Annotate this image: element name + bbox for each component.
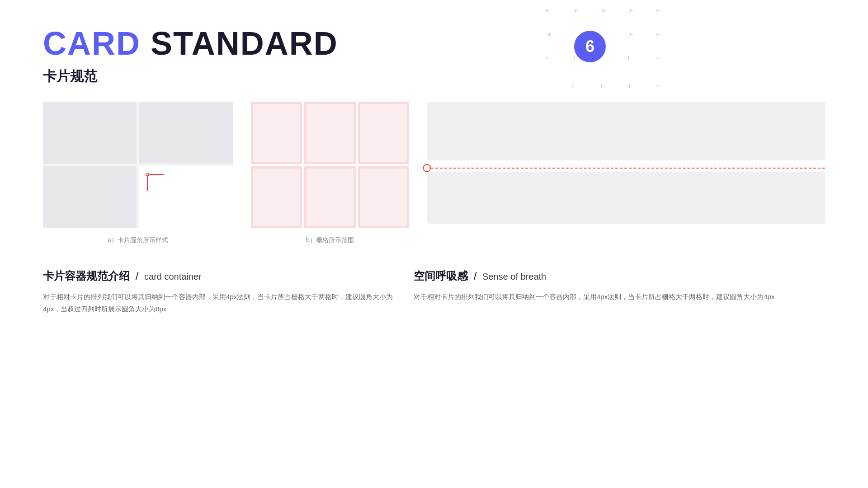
- divider-dashed-line: [431, 168, 825, 169]
- header: CARD STANDARD 卡片规范: [43, 25, 338, 86]
- bg-plus-2: +: [573, 7, 578, 15]
- card-cell-bl: [43, 166, 137, 228]
- card-cell-tr: [139, 102, 233, 164]
- bg-plus-15: +: [627, 82, 632, 90]
- desc-left-title-en: card container: [144, 272, 202, 282]
- subtitle: 卡片规范: [43, 67, 338, 86]
- main-content: a）卡片圆角所示样式 b）栅格所示范围: [43, 102, 825, 244]
- bg-plus-16: +: [656, 82, 660, 90]
- title-card: CARD: [43, 25, 141, 61]
- desc-left-body: 对于相对卡片的排列我们可以将其归纳到一个容器内部，采用4px法则，当卡片所占栅格…: [43, 291, 396, 315]
- card-cell-br: [139, 166, 233, 228]
- breathing-demo: [427, 102, 825, 228]
- grid-cell-5: [304, 166, 355, 229]
- desc-right-body: 对于相对卡片的排列我们可以将其归纳到一个容器内部，采用4px法则，当卡片所占栅格…: [414, 291, 825, 303]
- card-cell-tl: [43, 102, 137, 164]
- desc-left-slash: /: [136, 270, 142, 282]
- bg-plus-10: +: [572, 54, 577, 62]
- bg-plus-5: +: [656, 7, 660, 15]
- breathing-top-card: [427, 102, 825, 160]
- card-corner-section: a）卡片圆角所示样式: [43, 102, 233, 244]
- grid-demo: [251, 102, 409, 228]
- bg-plus-7: +: [628, 31, 633, 39]
- bg-plus-11: +: [626, 54, 631, 62]
- breathing-section: [427, 102, 825, 244]
- corner-arc-svg: [145, 172, 165, 192]
- grid-cell-4: [251, 166, 302, 229]
- desc-right-title: 空间呼吸感 / Sense of breath: [414, 269, 825, 283]
- bg-plus-3: +: [601, 7, 606, 15]
- desc-right-title-en: Sense of breath: [482, 272, 546, 282]
- divider-circle-icon: [423, 164, 431, 172]
- card-grid-demo: [43, 102, 233, 228]
- bg-plus-6: +: [547, 31, 552, 39]
- bg-plus-12: +: [656, 54, 660, 62]
- bg-plus-14: +: [599, 82, 604, 90]
- caption-left: a）卡片圆角所示样式: [43, 236, 233, 244]
- title-standard: STANDARD: [141, 25, 338, 61]
- grid-cell-3: [358, 102, 409, 164]
- page-title: CARD STANDARD: [43, 25, 338, 62]
- desc-right-title-zh: 空间呼吸感: [414, 270, 468, 282]
- svg-point-0: [146, 173, 149, 176]
- grid-cell-2: [304, 102, 355, 164]
- breathing-bottom-card: [427, 172, 825, 224]
- bg-plus-13: +: [571, 82, 576, 90]
- desc-right-slash: /: [474, 270, 480, 282]
- grid-range-section: b）栅格所示范围: [251, 102, 409, 244]
- bg-plus-4: +: [628, 7, 633, 15]
- bg-plus-8: +: [656, 31, 660, 39]
- bg-plus-9: +: [545, 54, 550, 62]
- desc-right: 空间呼吸感 / Sense of breath 对于相对卡片的排列我们可以将其归…: [414, 269, 825, 315]
- page-number-badge: 6: [574, 31, 606, 62]
- descriptions: 卡片容器规范介绍 / card container 对于相对卡片的排列我们可以将…: [43, 269, 825, 315]
- grid-cell-1: [251, 102, 302, 164]
- desc-left-title-zh: 卡片容器规范介绍: [43, 270, 130, 282]
- grid-cell-6: [358, 166, 409, 229]
- breathing-divider: [423, 164, 825, 172]
- caption-middle: b）栅格所示范围: [251, 236, 409, 244]
- bg-plus-1: +: [545, 7, 550, 15]
- desc-left: 卡片容器规范介绍 / card container 对于相对卡片的排列我们可以将…: [43, 269, 396, 315]
- desc-left-title: 卡片容器规范介绍 / card container: [43, 269, 396, 283]
